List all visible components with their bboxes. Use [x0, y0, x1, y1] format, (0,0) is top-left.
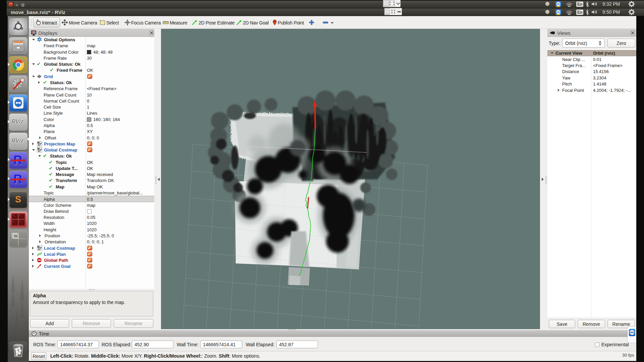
svg-text:>_: >_: [12, 214, 15, 217]
svg-text:9:32 PM: 9:32 PM: [602, 1, 620, 7]
svg-text:>_: >_: [12, 220, 15, 223]
svg-text:>_: >_: [19, 214, 22, 217]
svg-text:En: En: [577, 10, 582, 15]
svg-text:>_: >_: [19, 220, 22, 223]
svg-text:9:50 PM: 9:50 PM: [602, 9, 620, 15]
svg-text:En: En: [577, 2, 582, 7]
